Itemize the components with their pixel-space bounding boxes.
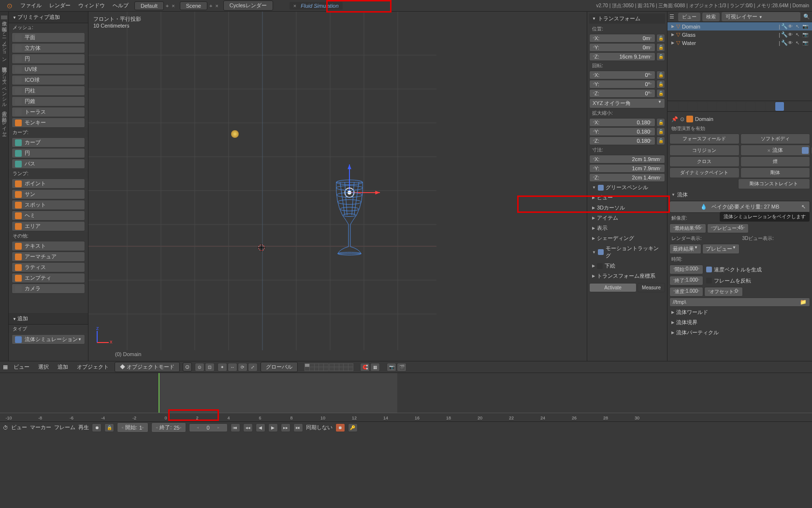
fluid-particles[interactable]: 流体パーティクル bbox=[669, 328, 810, 338]
add-icosphere[interactable]: ICO球 bbox=[12, 75, 85, 85]
tab-modifiers[interactable] bbox=[727, 102, 736, 111]
tab-data[interactable] bbox=[737, 102, 745, 111]
scene-dropdown[interactable]: Scene bbox=[180, 1, 207, 10]
add-circle[interactable]: 円 bbox=[12, 54, 85, 64]
add-cone[interactable]: 円錐 bbox=[12, 96, 85, 106]
pivot-buttons[interactable]: ⊙⊡ bbox=[195, 363, 215, 372]
tab-object[interactable] bbox=[708, 102, 716, 111]
lock-icon[interactable]: 🔒 bbox=[104, 423, 114, 432]
time-end[interactable]: ◂終了:1.000▸ bbox=[669, 276, 703, 285]
layout-close-icon[interactable]: × bbox=[172, 3, 174, 9]
smoke-button[interactable]: 煙 bbox=[740, 156, 811, 167]
view-display-dd[interactable]: プレビュー▼ bbox=[702, 244, 740, 254]
activate-button[interactable]: Activate bbox=[589, 283, 637, 292]
gen-velocity-check[interactable]: 速度ベクトルを生成 bbox=[704, 264, 810, 275]
next-key-icon[interactable]: ▸▸ bbox=[281, 423, 290, 432]
select-menu[interactable]: 選択 bbox=[35, 362, 52, 372]
add-menu[interactable]: 追加 bbox=[55, 362, 71, 372]
add-lattice[interactable]: ラティス bbox=[12, 262, 85, 272]
loc-z[interactable]: ◂Z:16cm 9.1mm▸ bbox=[589, 52, 655, 61]
view-menu[interactable]: ビュー bbox=[678, 13, 700, 21]
eye-icon[interactable]: 👁 bbox=[788, 32, 793, 37]
bake-button[interactable]: 💧 ベイク(必要メモリ量: 27 MB ↖ 流体シミュレーションをベイクします bbox=[669, 201, 810, 213]
add-spot[interactable]: スポット bbox=[12, 200, 85, 210]
coords-section[interactable]: トランスフォーム座標系 bbox=[589, 271, 665, 281]
forcefield-button[interactable]: フォースフィールド bbox=[669, 134, 740, 144]
checkbox-icon[interactable] bbox=[598, 249, 604, 255]
current-frame[interactable]: ◂0▸ bbox=[189, 423, 228, 432]
expand-icon[interactable]: ▶ bbox=[671, 32, 676, 37]
add-curve[interactable]: カーブ bbox=[12, 137, 85, 148]
lock-icon[interactable]: 🔓 bbox=[656, 80, 665, 89]
timeline-canvas[interactable]: -10-8-6-4-2024681012141618202224262830 bbox=[0, 373, 812, 421]
playback-menu[interactable]: 再生 bbox=[78, 424, 89, 431]
start-frame[interactable]: ◂開始:1▸ bbox=[117, 422, 148, 433]
tab-render[interactable] bbox=[669, 102, 678, 111]
add-cube[interactable]: 立方体 bbox=[12, 43, 85, 53]
collision-button[interactable]: コリジョン bbox=[669, 145, 740, 156]
render-display-dd[interactable]: 最終結果▼ bbox=[669, 244, 701, 254]
fluid-world[interactable]: 流体ワールド bbox=[669, 307, 810, 317]
keying-icon[interactable]: 🔑 bbox=[348, 423, 358, 432]
menu-render[interactable]: レンダー bbox=[45, 2, 74, 9]
object-menu[interactable]: オブジェクト bbox=[74, 362, 112, 372]
item-section[interactable]: アイテム bbox=[589, 213, 665, 223]
rot-y[interactable]: ◂Y:0°▸ bbox=[589, 80, 655, 89]
cursor-icon[interactable]: ↖ bbox=[796, 40, 799, 45]
sync-dropdown[interactable]: 同期しない bbox=[306, 424, 333, 431]
camera-render-icon[interactable]: 📷 bbox=[802, 24, 808, 29]
layer-dropdown[interactable]: 可視レイヤー ▼ bbox=[722, 12, 800, 21]
rot-z[interactable]: ◂Z:0°▸ bbox=[589, 89, 655, 98]
manipulator-buttons[interactable]: ✦↔⟳⤢ bbox=[218, 363, 258, 372]
fluid-button[interactable]: ×流体 bbox=[740, 145, 811, 156]
scene-add-icon[interactable]: + bbox=[209, 3, 212, 9]
add-curve-circle[interactable]: 円 bbox=[12, 148, 85, 158]
folder-icon[interactable]: 📁 bbox=[800, 299, 807, 305]
checkbox-icon[interactable] bbox=[598, 185, 604, 191]
render-buttons[interactable]: 📷🎬 bbox=[387, 363, 406, 372]
modifier-icon[interactable]: 🔧 bbox=[781, 31, 788, 38]
filter-icon[interactable]: 🔍 bbox=[803, 14, 810, 20]
pin-icon[interactable]: 📌 bbox=[671, 116, 678, 122]
modifier-icon[interactable]: 🔧 bbox=[781, 23, 788, 30]
add-camera[interactable]: カメラ bbox=[12, 284, 85, 294]
play-icon[interactable]: ▶ bbox=[268, 423, 278, 432]
blender-icon[interactable]: ⊙ bbox=[3, 2, 16, 10]
outliner-item-glass[interactable]: ▶ ▽ Glass |🔧 👁↖📷 bbox=[667, 30, 812, 39]
tab-create[interactable]: 作成 bbox=[1, 15, 7, 19]
scale-y[interactable]: ◂Y:0.180▸ bbox=[589, 127, 655, 136]
search-menu[interactable]: 検索 bbox=[702, 13, 720, 21]
scale-x[interactable]: ◂X:0.180▸ bbox=[589, 118, 655, 127]
display-section[interactable]: 表示 bbox=[589, 223, 665, 233]
add-uvsphere[interactable]: UV球 bbox=[12, 64, 85, 75]
cursor-icon[interactable]: ↖ bbox=[796, 32, 799, 37]
job-close-icon[interactable]: × bbox=[293, 3, 296, 9]
add-torus[interactable]: トーラス bbox=[12, 107, 85, 117]
checkbox-icon[interactable] bbox=[597, 263, 603, 269]
editor-type-icon[interactable]: ☰ bbox=[669, 14, 674, 20]
orientation-dropdown[interactable]: グローバル bbox=[261, 362, 298, 372]
lock-icon[interactable]: 🔓 bbox=[656, 118, 665, 127]
preview-res[interactable]: ◂プレビュー:45▸ bbox=[707, 224, 749, 233]
tab-anim[interactable]: アニメーション bbox=[1, 27, 7, 60]
motion-section[interactable]: モーショントラッキング bbox=[589, 243, 665, 261]
modifier-icon[interactable]: 🔧 bbox=[781, 40, 788, 46]
cursor-icon[interactable]: ↖ bbox=[796, 24, 799, 29]
add-plane[interactable]: 平面 bbox=[12, 32, 85, 43]
view-menu[interactable]: ビュー bbox=[11, 362, 32, 372]
add-area[interactable]: エリア bbox=[12, 221, 85, 231]
add-cylinder[interactable]: 円柱 bbox=[12, 86, 85, 96]
loc-x[interactable]: ◂X:0m▸ bbox=[589, 34, 655, 43]
tab-layer[interactable]: レイヤー bbox=[1, 118, 7, 134]
layout-dropdown[interactable]: Default bbox=[134, 1, 164, 10]
dim-y[interactable]: ◂Y:1cm 7.9mm▸ bbox=[589, 164, 665, 173]
lock-icon[interactable]: 🔓 bbox=[656, 89, 665, 98]
layer-buttons[interactable] bbox=[304, 363, 353, 371]
rot-x[interactable]: ◂X:0°▸ bbox=[589, 71, 655, 79]
transform-header[interactable]: トランスフォーム bbox=[589, 14, 665, 24]
type-dropdown[interactable]: 流体シミュレーション▼ bbox=[12, 334, 85, 344]
scale-z[interactable]: ◂Z:0.180▸ bbox=[589, 136, 655, 145]
camera-render-icon[interactable]: 📷 bbox=[802, 32, 808, 37]
add-point[interactable]: ポイント bbox=[12, 179, 85, 189]
glass-object[interactable] bbox=[330, 179, 369, 258]
